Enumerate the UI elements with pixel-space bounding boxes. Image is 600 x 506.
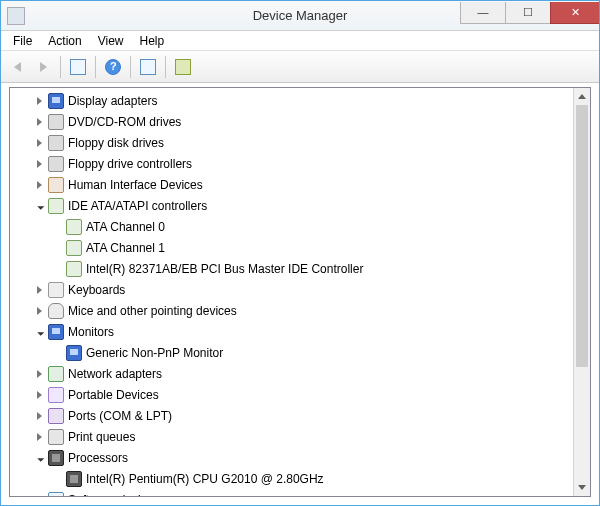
scan-hardware-button[interactable]	[171, 55, 195, 79]
menu-file[interactable]: File	[5, 32, 40, 50]
tree-node-label: IDE ATA/ATAPI controllers	[68, 199, 207, 213]
tree-node[interactable]: ATA Channel 1	[10, 237, 573, 258]
maximize-button[interactable]: ☐	[505, 2, 551, 24]
tree-node[interactable]: Network adapters	[10, 363, 573, 384]
help-icon	[105, 59, 121, 75]
scroll-thumb[interactable]	[576, 105, 588, 367]
expander[interactable]	[32, 388, 46, 402]
expander[interactable]	[32, 451, 46, 465]
toolbar	[1, 51, 599, 83]
tree-node-label: Display adapters	[68, 94, 157, 108]
menu-help[interactable]: Help	[132, 32, 173, 50]
monitor-icon	[66, 345, 82, 361]
minimize-button[interactable]: —	[460, 2, 506, 24]
expander[interactable]	[32, 430, 46, 444]
floppy-icon	[48, 156, 64, 172]
tree-node-label: Ports (COM & LPT)	[68, 409, 172, 423]
expander[interactable]	[32, 94, 46, 108]
scan-icon	[175, 59, 191, 75]
show-hide-tree-button[interactable]	[66, 55, 90, 79]
expander[interactable]	[32, 409, 46, 423]
back-button[interactable]	[5, 55, 29, 79]
back-arrow-icon	[14, 62, 21, 72]
tree-pane-icon	[70, 59, 86, 75]
chevron-right-icon	[37, 307, 42, 315]
chevron-down-icon	[578, 485, 586, 490]
chevron-down-icon	[34, 451, 45, 462]
monitor-icon	[48, 93, 64, 109]
tree-node[interactable]: DVD/CD-ROM drives	[10, 111, 573, 132]
tree-node[interactable]: Generic Non-PnP Monitor	[10, 342, 573, 363]
tree-node-label: Floppy disk drives	[68, 136, 164, 150]
port-icon	[48, 408, 64, 424]
tree-node-label: Intel(R) 82371AB/EB PCI Bus Master IDE C…	[86, 262, 363, 276]
chevron-right-icon	[37, 139, 42, 147]
help-button[interactable]	[101, 55, 125, 79]
expander[interactable]	[32, 199, 46, 213]
minimize-icon: —	[478, 6, 489, 18]
tree-node[interactable]: Floppy disk drives	[10, 132, 573, 153]
tree-node-label: Keyboards	[68, 283, 125, 297]
tree-node-label: Floppy drive controllers	[68, 157, 192, 171]
expander[interactable]	[32, 283, 46, 297]
properties-button[interactable]	[136, 55, 160, 79]
tree-node[interactable]: Processors	[10, 447, 573, 468]
portable-icon	[48, 387, 64, 403]
expander[interactable]	[32, 325, 46, 339]
tree-frame: Display adaptersDVD/CD-ROM drivesFloppy …	[9, 87, 591, 497]
disk-icon	[48, 114, 64, 130]
chevron-right-icon	[37, 370, 42, 378]
tree-node[interactable]: Print queues	[10, 426, 573, 447]
vertical-scrollbar[interactable]	[573, 88, 590, 496]
close-button[interactable]: ✕	[550, 2, 600, 24]
titlebar: Device Manager — ☐ ✕	[1, 1, 599, 31]
tree-node-label: Human Interface Devices	[68, 178, 203, 192]
chevron-down-icon	[34, 325, 45, 336]
tree-node[interactable]: IDE ATA/ATAPI controllers	[10, 195, 573, 216]
tree-node[interactable]: Portable Devices	[10, 384, 573, 405]
expander	[50, 346, 64, 360]
expander[interactable]	[32, 157, 46, 171]
mouse-icon	[48, 303, 64, 319]
expander[interactable]	[32, 493, 46, 497]
maximize-icon: ☐	[523, 6, 533, 19]
ide-icon	[66, 261, 82, 277]
toolbar-separator	[95, 56, 96, 78]
chevron-right-icon	[37, 181, 42, 189]
scroll-up-button[interactable]	[574, 88, 590, 105]
expander	[50, 262, 64, 276]
expander[interactable]	[32, 115, 46, 129]
tree-node[interactable]: Ports (COM & LPT)	[10, 405, 573, 426]
tree-node[interactable]: ATA Channel 0	[10, 216, 573, 237]
menu-action[interactable]: Action	[40, 32, 89, 50]
tree-node[interactable]: Display adapters	[10, 90, 573, 111]
ide-icon	[48, 198, 64, 214]
chevron-right-icon	[37, 286, 42, 294]
expander[interactable]	[32, 367, 46, 381]
tree-node[interactable]: Intel(R) Pentium(R) CPU G2010 @ 2.80GHz	[10, 468, 573, 489]
device-tree[interactable]: Display adaptersDVD/CD-ROM drivesFloppy …	[10, 88, 573, 496]
expander[interactable]	[32, 178, 46, 192]
expander[interactable]	[32, 136, 46, 150]
tree-node-label: Generic Non-PnP Monitor	[86, 346, 223, 360]
hid-icon	[48, 177, 64, 193]
scroll-track[interactable]	[574, 105, 590, 479]
expander[interactable]	[32, 304, 46, 318]
tree-node-label: Portable Devices	[68, 388, 159, 402]
window-controls: — ☐ ✕	[461, 2, 599, 24]
ide-icon	[66, 219, 82, 235]
tree-node[interactable]: Floppy drive controllers	[10, 153, 573, 174]
tree-node[interactable]: Human Interface Devices	[10, 174, 573, 195]
menubar: File Action View Help	[1, 31, 599, 51]
tree-node[interactable]: Keyboards	[10, 279, 573, 300]
tree-node[interactable]: Intel(R) 82371AB/EB PCI Bus Master IDE C…	[10, 258, 573, 279]
toolbar-separator	[130, 56, 131, 78]
tree-node[interactable]: Mice and other pointing devices	[10, 300, 573, 321]
tree-node-label: Monitors	[68, 325, 114, 339]
forward-button[interactable]	[31, 55, 55, 79]
expander	[50, 241, 64, 255]
menu-view[interactable]: View	[90, 32, 132, 50]
tree-node[interactable]: Monitors	[10, 321, 573, 342]
scroll-down-button[interactable]	[574, 479, 590, 496]
tree-node[interactable]: Software devices	[10, 489, 573, 496]
